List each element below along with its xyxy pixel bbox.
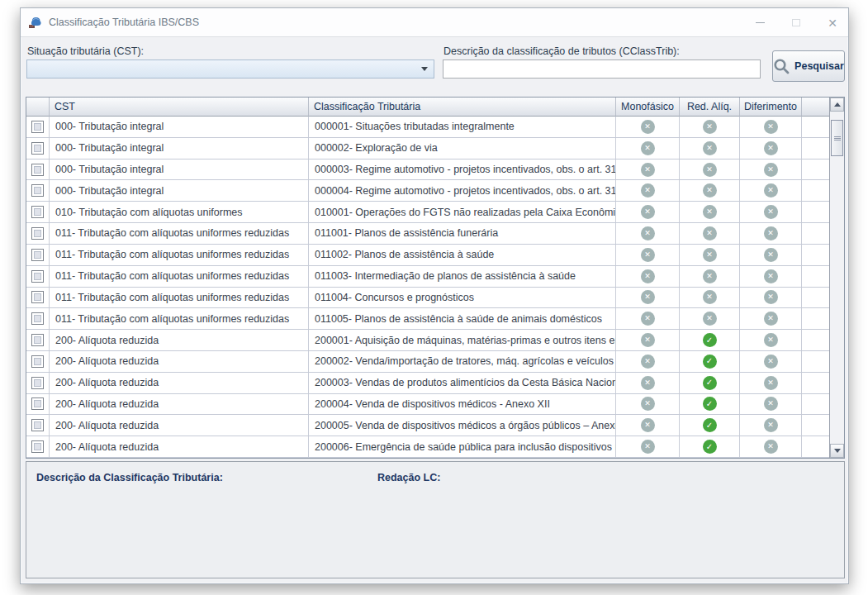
vertical-scrollbar[interactable]: [829, 98, 844, 458]
header-diferimento[interactable]: Diferimento: [740, 98, 802, 117]
row-checkbox[interactable]: [31, 291, 44, 303]
row-cst-value: 011- Tributação com alíquotas uniformes …: [50, 245, 309, 265]
header-checkbox-column[interactable]: [26, 98, 50, 117]
row-checkbox[interactable]: [31, 121, 44, 133]
table-row[interactable]: 200- Alíquota reduzida 200005- Venda de …: [26, 415, 829, 436]
thumb-grip-icon: [834, 136, 841, 140]
row-checkbox[interactable]: [31, 377, 44, 389]
row-checkbox-cell: [26, 415, 50, 436]
row-monofasico-cell: [616, 245, 680, 265]
row-checkbox[interactable]: [31, 334, 44, 346]
row-checkbox[interactable]: [31, 419, 44, 431]
row-monofasico-cell: [616, 351, 680, 372]
table-row[interactable]: 011- Tributação com alíquotas uniformes …: [26, 245, 829, 266]
scroll-down-button[interactable]: [830, 444, 844, 458]
table-row[interactable]: 000- Tributação integral 000002- Explora…: [26, 138, 829, 159]
diferimento-status-icon: [764, 333, 778, 347]
monofasico-status-icon: [641, 312, 655, 326]
row-diferimento-cell: [740, 159, 802, 180]
row-checkbox[interactable]: [31, 142, 44, 155]
row-classificacao-value: 200006- Emergência de saúde pública para…: [309, 436, 616, 457]
row-checkbox-cell: [26, 351, 50, 372]
search-button[interactable]: Pesquisar: [772, 50, 845, 82]
row-red-aliq-cell: [680, 330, 740, 350]
table-header: CST Classificação Tributária Monofásico …: [26, 98, 829, 117]
row-classificacao-value: 011001- Planos de assistência funerária: [309, 223, 616, 244]
maximize-button[interactable]: [784, 12, 809, 35]
detail-redacao-label: Redação LC:: [377, 472, 440, 483]
row-cst-value: 000- Tributação integral: [50, 117, 309, 137]
diferimento-status-icon: [764, 226, 778, 240]
row-checkbox[interactable]: [31, 440, 44, 453]
row-diferimento-cell: [740, 288, 802, 308]
row-filler-cell: [802, 330, 829, 350]
row-cst-value: 011- Tributação com alíquotas uniformes …: [50, 308, 309, 329]
header-red-aliq[interactable]: Red. Alíq.: [680, 98, 740, 117]
row-filler-cell: [802, 415, 829, 436]
monofasico-status-icon: [641, 269, 655, 283]
table-row[interactable]: 000- Tributação integral 000003- Regime …: [26, 159, 829, 181]
scrollbar-thumb[interactable]: [831, 120, 843, 156]
table-row[interactable]: 200- Alíquota reduzida 200004- Venda de …: [26, 394, 829, 416]
row-red-aliq-cell: [680, 117, 740, 137]
table-row[interactable]: 011- Tributação com alíquotas uniformes …: [26, 223, 829, 245]
table-row[interactable]: 200- Alíquota reduzida 200006- Emergênci…: [26, 436, 829, 458]
header-cst[interactable]: CST: [50, 98, 309, 117]
maximize-icon: [792, 19, 800, 26]
table-row[interactable]: 010- Tributação com alíquotas uniformes …: [26, 202, 829, 223]
row-checkbox[interactable]: [31, 270, 44, 283]
table-row[interactable]: 011- Tributação com alíquotas uniformes …: [26, 288, 829, 309]
row-cst-value: 200- Alíquota reduzida: [50, 415, 309, 436]
row-red-aliq-cell: [680, 394, 740, 415]
header-classificacao[interactable]: Classificação Tributária: [309, 98, 616, 117]
row-monofasico-cell: [616, 202, 680, 222]
table-body: 000- Tributação integral 000001- Situaçõ…: [26, 117, 829, 458]
scroll-up-button[interactable]: [830, 98, 844, 112]
row-checkbox-cell: [26, 117, 50, 137]
monofasico-status-icon: [641, 248, 655, 262]
monofasico-status-icon: [641, 120, 655, 134]
table-row[interactable]: 200- Alíquota reduzida 200003- Vendas de…: [26, 373, 829, 394]
down-arrow-icon: [834, 449, 841, 453]
row-classificacao-value: 010001- Operações do FGTS não realizadas…: [309, 202, 616, 222]
row-cst-value: 011- Tributação com alíquotas uniformes …: [50, 223, 309, 244]
row-checkbox[interactable]: [31, 397, 44, 410]
header-monofasico[interactable]: Monofásico: [616, 98, 680, 117]
row-checkbox-cell: [26, 180, 50, 201]
monofasico-status-icon: [641, 141, 655, 155]
cclasstrib-input[interactable]: [443, 60, 761, 79]
row-classificacao-value: 011005- Planos de assistência à saúde de…: [309, 308, 616, 329]
table-row[interactable]: 200- Alíquota reduzida 200002- Venda/imp…: [26, 351, 829, 373]
red-aliq-status-icon: [703, 355, 717, 369]
cst-combobox[interactable]: [26, 60, 434, 79]
row-checkbox[interactable]: [31, 184, 44, 197]
row-classificacao-value: 000003- Regime automotivo - projetos inc…: [309, 159, 616, 180]
red-aliq-status-icon: [703, 440, 717, 454]
table-row[interactable]: 011- Tributação com alíquotas uniformes …: [26, 266, 829, 288]
row-diferimento-cell: [740, 202, 802, 222]
table-row[interactable]: 011- Tributação com alíquotas uniformes …: [26, 308, 829, 330]
row-checkbox[interactable]: [31, 164, 44, 176]
red-aliq-status-icon: [703, 226, 717, 240]
row-checkbox-cell: [26, 138, 50, 159]
titlebar[interactable]: Classificação Tributária IBS/CBS ✕: [21, 8, 848, 37]
minimize-button[interactable]: [747, 12, 772, 35]
table-row[interactable]: 000- Tributação integral 000001- Situaçõ…: [26, 117, 829, 138]
row-checkbox[interactable]: [31, 249, 44, 261]
row-diferimento-cell: [740, 436, 802, 457]
row-classificacao-value: 011002- Planos de assistência à saúde: [309, 245, 616, 265]
table-row[interactable]: 000- Tributação integral 000004- Regime …: [26, 180, 829, 202]
diferimento-status-icon: [764, 141, 778, 155]
row-diferimento-cell: [740, 351, 802, 372]
row-diferimento-cell: [740, 308, 802, 329]
row-monofasico-cell: [616, 266, 680, 287]
close-button[interactable]: ✕: [820, 12, 845, 35]
row-checkbox[interactable]: [31, 355, 44, 368]
row-checkbox[interactable]: [31, 206, 44, 218]
row-filler-cell: [802, 308, 829, 329]
row-filler-cell: [802, 288, 829, 308]
row-checkbox[interactable]: [31, 227, 44, 240]
row-monofasico-cell: [616, 394, 680, 415]
table-row[interactable]: 200- Alíquota reduzida 200001- Aquisição…: [26, 330, 829, 351]
row-checkbox[interactable]: [31, 312, 44, 325]
